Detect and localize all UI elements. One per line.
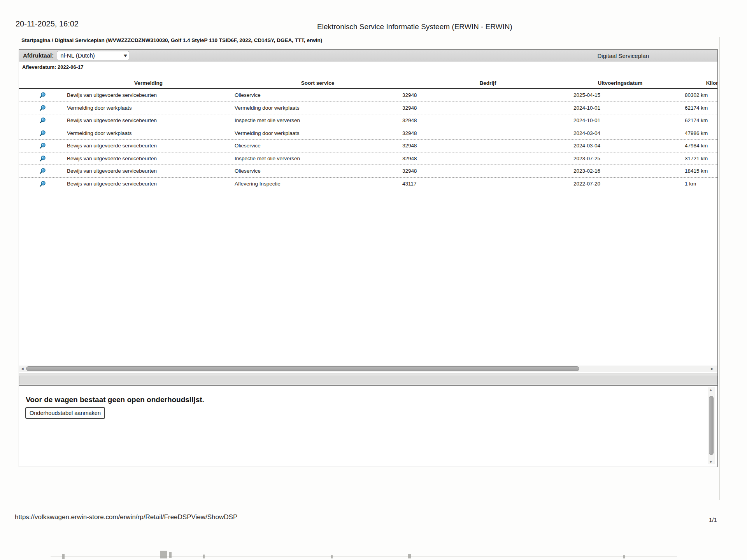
cell-soort-service: Inspectie met olie verversen: [233, 117, 402, 123]
toolbar-right-title: Digitaal Serviceplan: [597, 50, 649, 61]
cell-bedrijf: 32948: [402, 130, 573, 136]
col-soort-service: Soort service: [233, 80, 402, 86]
scan-artifact: [331, 555, 333, 558]
breadcrumb: Startpagina / Digitaal Serviceplan (WVWZ…: [21, 37, 322, 43]
scroll-left-icon[interactable]: ◄: [20, 366, 25, 371]
cell-bedrijf: 32948: [402, 168, 573, 174]
vertical-scrollbar[interactable]: ▲ ▼: [708, 387, 715, 464]
cell-uitvoeringsdatum: 2025-04-15: [573, 92, 667, 98]
cell-uitvoeringsdatum: 2023-02-16: [573, 168, 667, 174]
magnifier-icon[interactable]: [39, 92, 46, 98]
cell-uitvoeringsdatum: 2024-10-01: [573, 105, 667, 111]
scan-artifact: [408, 554, 411, 558]
service-table: Vermelding Soort service Bedrijf Uitvoer…: [19, 80, 718, 190]
cell-soort-service: Vermelding door werkplaats: [233, 130, 402, 136]
cell-bedrijf: 32948: [402, 143, 573, 149]
scroll-right-icon[interactable]: ►: [710, 366, 714, 371]
vertical-scrollbar-thumb[interactable]: [709, 396, 714, 455]
cell-vermelding: Vermelding door werkplaats: [64, 105, 233, 111]
tab-strip-filler: [19, 376, 717, 384]
horizontal-scrollbar[interactable]: ◄ ►: [19, 366, 718, 372]
cell-soort-service: Vermelding door werkplaats: [233, 105, 402, 111]
delivery-date: Afleverdatum: 2022-06-17: [22, 64, 84, 70]
cell-vermelding: Bewijs van uitgevoerde servicebeurten: [64, 143, 233, 149]
cell-soort-service: Olieservice: [233, 168, 402, 174]
print-language-select[interactable]: nl-NL (Dutch) ▾: [57, 51, 129, 60]
magnifier-icon[interactable]: [39, 168, 46, 174]
cell-bedrijf: 43117: [402, 181, 573, 187]
cell-vermelding: Bewijs van uitgevoerde servicebeurten: [64, 92, 233, 98]
cell-vermelding: Bewijs van uitgevoerde servicebeurten: [64, 117, 233, 123]
serviceplan-frame: Afdruktaal: nl-NL (Dutch) ▾ Digitaal Ser…: [19, 49, 718, 467]
table-row: Vermelding door werkplaats Vermelding do…: [19, 102, 718, 115]
table-row: Bewijs van uitgevoerde servicebeurten Ol…: [19, 89, 718, 102]
cell-bedrijf: 32948: [402, 156, 573, 161]
cell-kilometerstand: 31721 km: [667, 156, 718, 161]
scan-artifact-strip: [51, 556, 677, 556]
table-row: Bewijs van uitgevoerde servicebeurten Ol…: [19, 165, 718, 178]
cell-bedrijf: 32948: [402, 105, 573, 111]
print-language-label: Afdruktaal:: [23, 52, 54, 59]
cell-uitvoeringsdatum: 2024-03-04: [573, 130, 667, 136]
col-kilometerstand: Kilometerstand: [667, 80, 718, 86]
print-datetime: 20-11-2025, 16:02: [16, 19, 79, 28]
scan-artifact: [169, 552, 172, 558]
chevron-down-icon: ▾: [123, 52, 127, 58]
page-number: 1/1: [709, 516, 717, 523]
horizontal-scrollbar-thumb[interactable]: [26, 366, 579, 371]
cell-kilometerstand: 18415 km: [667, 168, 718, 174]
cell-kilometerstand: 80302 km: [667, 92, 718, 98]
cell-vermelding: Vermelding door werkplaats: [64, 130, 233, 136]
paper-edge-line: [719, 37, 720, 500]
scan-artifact: [203, 555, 205, 558]
cell-uitvoeringsdatum: 2022-07-20: [573, 181, 667, 187]
cell-soort-service: Olieservice: [233, 143, 402, 149]
col-vermelding: Vermelding: [64, 80, 233, 86]
cell-soort-service: Aflevering Inspectie: [233, 181, 402, 187]
cell-vermelding: Bewijs van uitgevoerde servicebeurten: [64, 156, 233, 161]
no-open-maintenance-message: Voor de wagen bestaat geen open onderhou…: [26, 396, 204, 404]
cell-bedrijf: 32948: [402, 92, 573, 98]
page-title: Elektronisch Service Informatie Systeem …: [317, 23, 512, 31]
create-maintenance-table-button[interactable]: Onderhoudstabel aanmaken: [25, 407, 105, 419]
cell-kilometerstand: 47986 km: [667, 130, 718, 136]
cell-uitvoeringsdatum: 2023-07-25: [573, 156, 667, 161]
cell-vermelding: Bewijs van uitgevoerde servicebeurten: [64, 181, 233, 187]
table-row: Bewijs van uitgevoerde servicebeurten Af…: [19, 178, 718, 191]
table-row: Vermelding door werkplaats Vermelding do…: [19, 127, 718, 140]
magnifier-icon[interactable]: [39, 117, 46, 124]
magnifier-icon[interactable]: [39, 130, 46, 136]
cell-soort-service: Olieservice: [233, 92, 402, 98]
scan-artifact: [62, 554, 65, 559]
cell-kilometerstand: 62174 km: [667, 105, 718, 111]
cell-vermelding: Bewijs van uitgevoerde servicebeurten: [64, 168, 233, 174]
print-language-value: nl-NL (Dutch): [60, 52, 95, 59]
magnifier-icon[interactable]: [39, 105, 46, 111]
cell-soort-service: Inspectie met olie verversen: [233, 156, 402, 161]
magnifier-icon[interactable]: [39, 142, 46, 149]
scan-artifact: [623, 555, 625, 558]
table-row: Bewijs van uitgevoerde servicebeurten Ol…: [19, 140, 718, 152]
scroll-up-icon[interactable]: ▲: [709, 388, 713, 392]
magnifier-icon[interactable]: [39, 180, 46, 187]
maintenance-panel: Voor de wagen bestaat geen open onderhou…: [19, 386, 718, 467]
cell-uitvoeringsdatum: 2024-03-04: [573, 143, 667, 149]
magnifier-icon[interactable]: [39, 155, 46, 162]
cell-kilometerstand: 1 km: [667, 181, 718, 187]
cell-uitvoeringsdatum: 2024-10-01: [573, 117, 667, 123]
header-spacer: [19, 80, 64, 86]
table-row: Bewijs van uitgevoerde servicebeurten In…: [19, 152, 718, 165]
scan-artifact: [160, 551, 167, 558]
tab-strip: Bewijs van uitgevoerde servicebeurten (O…: [19, 373, 718, 386]
table-row: Bewijs van uitgevoerde servicebeurten In…: [19, 114, 718, 127]
cell-kilometerstand: 47984 km: [667, 143, 718, 149]
scroll-down-icon[interactable]: ▼: [709, 460, 713, 464]
footer-url: https://volkswagen.erwin-store.com/erwin…: [15, 513, 237, 521]
col-bedrijf: Bedrijf: [402, 80, 573, 86]
cell-kilometerstand: 62174 km: [667, 117, 718, 123]
table-header: Vermelding Soort service Bedrijf Uitvoer…: [19, 80, 718, 89]
col-uitvoeringsdatum: Uitvoeringsdatum: [573, 80, 667, 86]
cell-bedrijf: 32948: [402, 117, 573, 123]
